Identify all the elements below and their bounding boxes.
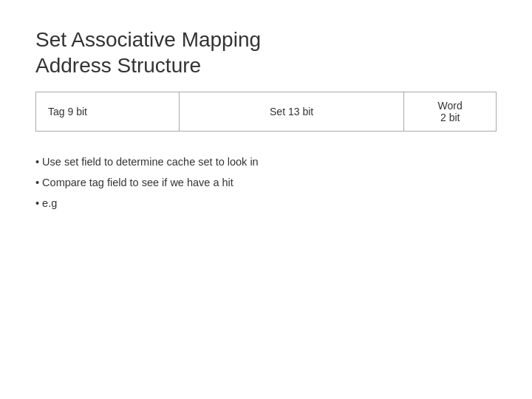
address-structure-table: Tag 9 bit Set 13 bit Word2 bit — [35, 92, 497, 132]
bullet-2: Compare tag field to see if we have a hi… — [35, 173, 497, 192]
set-cell: Set 13 bit — [179, 92, 404, 132]
page-container: Set Associative Mapping Address Structur… — [0, 0, 532, 399]
tag-cell: Tag 9 bit — [36, 92, 180, 132]
word-cell: Word2 bit — [404, 92, 497, 132]
bullet-section: Use set field to determine cache set to … — [35, 152, 497, 213]
page-title: Set Associative Mapping Address Structur… — [35, 27, 497, 78]
bullet-1: Use set field to determine cache set to … — [35, 152, 497, 171]
bullet-3: e.g — [35, 194, 497, 213]
